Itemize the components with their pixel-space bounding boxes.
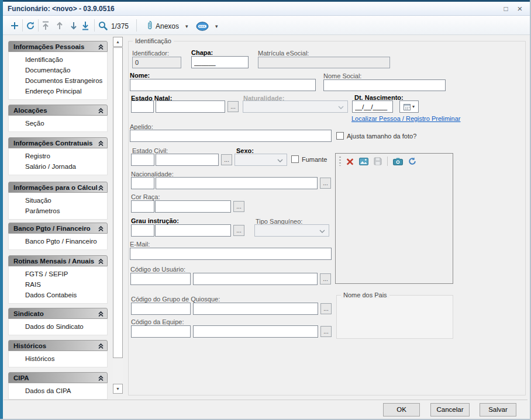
next-record-icon[interactable] [70,21,78,32]
ajusta-foto-checkbox-label[interactable]: Ajusta tamanho da foto? [347,133,416,140]
nacionalidade-browse-button[interactable]: ... [320,178,331,189]
toolbar-separator [94,19,95,32]
section-header-informacoes-contratuais[interactable]: Informações Contratuais [8,137,108,148]
cancel-button[interactable]: Cancelar [430,403,470,416]
section-header-cipa[interactable]: CIPA [8,372,108,383]
sidebar-item-dados-contabeis[interactable]: Dados Contabeis [9,290,107,300]
collapse-chevron-icon[interactable] [98,107,104,114]
collapse-chevron-icon[interactable] [98,225,104,232]
sidebar-scrollbar[interactable]: ▲ ▼ [113,37,123,394]
maximize-button[interactable]: □ [501,4,511,14]
sidebar-item-rais[interactable]: RAIS [9,279,107,290]
section-header-banco-pgto[interactable]: Banco Pgto / Financeiro [8,223,108,234]
chapa-field[interactable] [191,56,249,68]
cor-raca-desc-field[interactable] [155,200,231,213]
section-header-sindicato[interactable]: Sindicato [8,308,108,319]
calendar-icon [404,103,411,110]
collapse-chevron-icon[interactable] [98,310,104,317]
section-header-informacoes-pessoais[interactable]: Informações Pessoais [8,41,108,52]
sidebar-item-historicos[interactable]: Históricos [9,353,107,364]
anexos-dropdown-icon[interactable]: ▾ [185,23,188,29]
collapse-chevron-icon[interactable] [98,184,104,191]
nacionalidade-desc-field[interactable] [156,177,318,189]
estado-natal-browse-button[interactable]: ... [227,101,239,112]
collapse-chevron-icon[interactable] [98,140,104,147]
collapse-chevron-icon[interactable] [98,43,104,50]
scroll-up-icon[interactable]: ▲ [113,37,123,47]
rotate-photo-icon[interactable] [408,157,416,165]
date-picker-button[interactable]: ▾ [399,100,419,113]
sexo-combo[interactable] [235,154,287,166]
codigo-grupo-quiosque-desc-field[interactable] [193,303,318,315]
paperclip-icon[interactable] [146,20,153,32]
ajusta-foto-checkbox[interactable] [336,132,344,140]
search-icon[interactable] [98,21,108,32]
estado-civil-browse-button[interactable]: ... [221,154,232,165]
fumante-checkbox-label[interactable]: Fumante [302,156,327,163]
delete-photo-icon[interactable] [346,158,354,165]
estado-natal-code-field[interactable] [131,100,154,113]
section-header-informacoes-calculo[interactable]: Informações para o Cálculo [8,182,108,193]
last-record-icon[interactable] [81,21,89,32]
scroll-down-icon[interactable]: ▼ [113,384,123,394]
sidebar-item-parametros[interactable]: Parâmetros [9,206,107,216]
close-button[interactable]: × [515,4,525,14]
nome-social-field[interactable] [323,79,446,91]
card-badge-icon[interactable] [196,22,209,32]
nacionalidade-code-field[interactable] [131,177,154,189]
sidebar-item-documentacao[interactable]: Documentação [9,65,107,75]
load-image-icon[interactable] [359,158,368,165]
collapse-chevron-icon[interactable] [98,374,104,381]
section-header-rotinas-mensais[interactable]: Rotinas Mensais / Anuais [8,255,108,266]
sidebar-item-secao[interactable]: Seção [9,118,107,129]
matricula-esocial-label: Matrícula eSocial: [258,50,309,57]
sidebar-item-registro[interactable]: Registro [9,151,107,161]
camera-icon[interactable] [393,158,403,165]
sidebar-item-endereco-principal[interactable]: Endereço Principal [9,86,107,96]
collapse-chevron-icon[interactable] [98,258,104,265]
nome-field[interactable] [130,79,316,91]
save-button[interactable]: Salvar [480,403,516,416]
sidebar-item-dados-da-cipa[interactable]: Dados da CIPA [9,386,107,396]
badge-dropdown-icon[interactable]: ▾ [215,23,218,29]
ok-button[interactable]: OK [383,403,420,416]
refresh-icon[interactable] [26,21,35,32]
codigo-equipe-code-field[interactable] [131,325,191,338]
estado-civil-code-field[interactable] [131,154,154,166]
sidebar-item-documentos-estrangeiros[interactable]: Documentos Estrangeiros [9,75,107,86]
sidebar-item-situacao[interactable]: Situação [9,195,107,206]
collapse-chevron-icon[interactable] [98,342,104,349]
sidebar-item-banco-pgto-financeiro[interactable]: Banco Pgto / Financeiro [9,236,107,247]
codigo-grupo-quiosque-code-field[interactable] [131,303,191,315]
codigo-usuario-code-field[interactable] [130,273,191,285]
sidebar-item-identificacao[interactable]: Identificação [9,54,107,65]
grau-instrucao-desc-field[interactable] [155,224,231,237]
grau-instrucao-browse-button[interactable]: ... [233,225,244,236]
codigo-usuario-browse-button[interactable]: ... [320,273,331,284]
sidebar-item-dados-do-sindicato[interactable]: Dados do Sindicato [9,321,107,332]
email-field[interactable] [130,248,332,260]
section-header-alocacoes[interactable]: Alocações [8,105,108,116]
apelido-field[interactable] [130,130,332,142]
add-record-icon[interactable] [10,21,19,32]
first-record-icon[interactable] [42,21,50,32]
previous-record-icon[interactable] [56,21,64,32]
estado-civil-desc-field[interactable] [156,154,219,166]
codigo-equipe-desc-field[interactable] [193,325,318,338]
scrollbar-thumb[interactable] [113,47,123,358]
anexos-label[interactable]: Anexos [156,22,179,30]
sidebar-item-fgts-sefip[interactable]: FGTS / SEFIP [9,269,107,279]
estado-natal-desc-field[interactable] [156,100,225,113]
grau-instrucao-code-field[interactable] [131,224,154,237]
codigo-equipe-browse-button[interactable]: ... [320,326,332,337]
cor-raca-browse-button[interactable]: ... [233,201,244,212]
codigo-usuario-desc-field[interactable] [193,273,318,285]
groupbox-title: Identificação [133,37,174,44]
sidebar-item-salario-jornada[interactable]: Salário / Jornada [9,161,107,172]
fumante-checkbox[interactable] [291,155,299,163]
codigo-grupo-quiosque-browse-button[interactable]: ... [320,303,332,314]
localizar-pessoa-link[interactable]: Localizar Pessoa / Registro Preliminar [351,115,460,122]
section-header-historicos[interactable]: Históricos [8,340,108,351]
dt-nascimento-field[interactable] [352,100,393,113]
cor-raca-code-field[interactable] [131,200,154,213]
